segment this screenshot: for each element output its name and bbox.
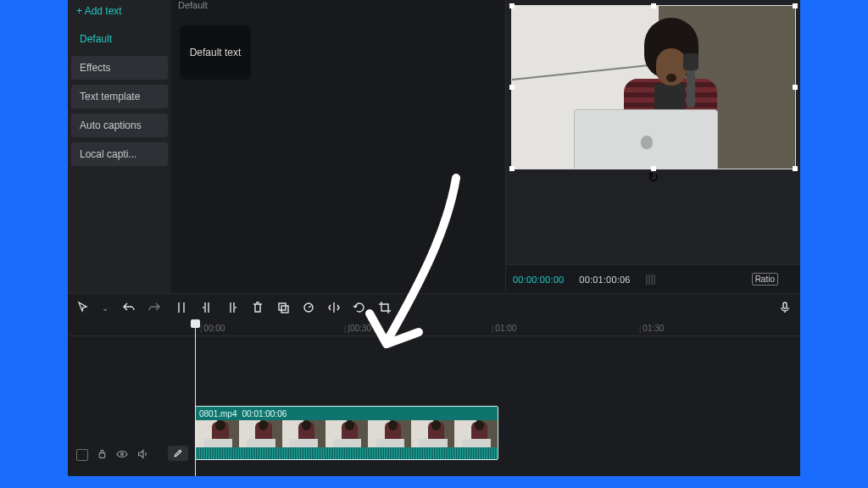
preview-video-frame xyxy=(512,6,795,169)
sidebar-item-text-template[interactable]: Text template xyxy=(71,85,168,108)
resize-handle-nw[interactable] xyxy=(509,3,515,8)
sidebar-item-local-captions[interactable]: Local capti... xyxy=(71,142,168,166)
track-visibility-icon[interactable] xyxy=(116,448,128,463)
svg-rect-4 xyxy=(783,302,787,308)
preview-transport-bar: 00:00:00:00 00:01:00:06 Ratio xyxy=(506,264,800,293)
resize-handle-n[interactable] xyxy=(651,3,656,8)
svg-point-3 xyxy=(304,303,313,312)
svg-rect-1 xyxy=(279,303,286,310)
video-clip[interactable]: 0801.mp4 00:01:00:06 xyxy=(195,406,498,460)
audio-meter-icon xyxy=(646,274,655,285)
sidebar-item-effects[interactable]: Effects xyxy=(71,56,168,80)
media-panel: Default Default text xyxy=(171,0,505,293)
playhead[interactable] xyxy=(195,321,196,476)
tool-dropdown-icon[interactable]: ⌄ xyxy=(102,303,108,313)
preview-panel: ↻ 00:00:00:00 00:01:00:06 Ratio xyxy=(505,0,800,293)
track-cover-toggle-icon[interactable] xyxy=(76,449,88,461)
rotate-handle-icon[interactable]: ↻ xyxy=(648,169,659,186)
sidebar-item-auto-captions[interactable]: Auto captions xyxy=(71,114,168,137)
redo-icon[interactable] xyxy=(147,301,161,314)
timecode-duration: 00:01:00:06 xyxy=(579,274,630,285)
track-edit-button[interactable] xyxy=(168,446,188,461)
resize-handle-w[interactable] xyxy=(509,85,515,90)
video-editor-window: + Add text Default Effects Text template… xyxy=(68,0,800,476)
selection-tool-icon[interactable] xyxy=(76,301,90,314)
undo-icon[interactable] xyxy=(122,301,136,314)
svg-rect-5 xyxy=(99,453,105,458)
mirror-icon[interactable] xyxy=(327,301,341,314)
copy-icon[interactable] xyxy=(276,301,290,314)
timecode-current: 00:00:00:00 xyxy=(513,274,564,285)
default-text-thumbnail[interactable]: Default text xyxy=(180,25,251,80)
trim-right-icon[interactable] xyxy=(225,301,239,314)
clip-filename: 0801.mp4 xyxy=(199,409,236,419)
timeline-toolbar: ⌄ xyxy=(68,294,800,321)
ruler-tick: 01:00 xyxy=(492,324,516,333)
sidebar-item-default[interactable]: Default xyxy=(71,27,168,51)
add-text-button[interactable]: + Add text xyxy=(71,3,168,22)
timeline-tracks[interactable]: 0801.mp4 00:01:00:06 xyxy=(68,336,800,476)
resize-handle-ne[interactable] xyxy=(793,3,798,8)
text-sidebar: + Add text Default Effects Text template… xyxy=(68,0,171,293)
svg-rect-2 xyxy=(281,306,288,313)
split-icon[interactable] xyxy=(175,301,188,314)
crop-icon[interactable] xyxy=(378,301,392,314)
ruler-tick: 00:00 xyxy=(200,324,225,333)
track-controls xyxy=(68,446,180,464)
timeline-ruler[interactable]: 00:00 |00:30 01:00 01:30 xyxy=(68,321,800,336)
trim-left-icon[interactable] xyxy=(200,301,214,314)
rotate-icon[interactable] xyxy=(353,301,366,314)
speed-icon[interactable] xyxy=(302,301,315,314)
delete-icon[interactable] xyxy=(251,301,264,314)
ruler-tick: 01:30 xyxy=(639,324,664,333)
track-mute-icon[interactable] xyxy=(136,448,148,463)
resize-handle-e[interactable] xyxy=(793,85,798,90)
upper-panels: + Add text Default Effects Text template… xyxy=(68,0,800,293)
ruler-tick: |00:30 xyxy=(344,324,371,333)
clip-thumbnail-strip xyxy=(196,420,498,449)
resize-handle-se[interactable] xyxy=(793,166,798,171)
record-voiceover-icon[interactable] xyxy=(778,301,792,314)
resize-handle-s[interactable] xyxy=(651,166,656,171)
ratio-button[interactable]: Ratio xyxy=(752,273,778,286)
clip-audio-waveform xyxy=(196,447,498,459)
preview-viewer[interactable] xyxy=(511,5,796,169)
clip-header: 0801.mp4 00:01:00:06 xyxy=(196,407,498,420)
track-lock-icon[interactable] xyxy=(97,448,108,462)
timeline-area: ⌄ xyxy=(68,293,800,476)
media-section-label: Default xyxy=(178,0,208,10)
resize-handle-sw[interactable] xyxy=(509,166,515,171)
svg-point-6 xyxy=(121,452,124,455)
clip-duration: 00:01:00:06 xyxy=(242,409,287,419)
